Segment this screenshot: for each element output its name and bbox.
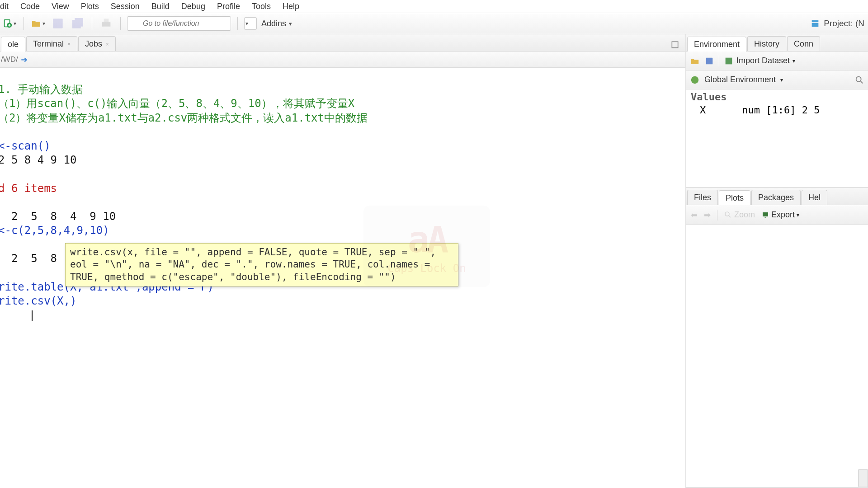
console-pane: ole Terminal× Jobs× /WD/ ➜ 1. 手动输入数据 （1）… [0,34,686,488]
search-icon[interactable] [854,75,864,85]
menu-bar: dit Code View Plots Session Build Debug … [0,0,868,13]
plot-zoom-button[interactable]: Zoom [724,210,755,220]
project-icon [810,19,820,28]
environment-toolbar: Import Dataset [686,52,868,70]
console-path-row: /WD/ ➜ [0,52,685,68]
working-directory: /WD/ [1,55,18,64]
svg-rect-4 [75,18,83,27]
svg-rect-6 [104,19,109,22]
menu-build[interactable]: Build [151,2,170,11]
new-file-button[interactable] [2,16,17,31]
svg-point-11 [856,76,861,81]
wd-arrow-icon[interactable]: ➜ [21,55,28,65]
close-icon[interactable]: × [106,41,109,47]
menu-tools[interactable]: Tools [252,2,271,11]
tab-terminal[interactable]: Terminal× [26,36,77,51]
environment-tabs: Environment History Conn [686,34,868,52]
menu-session[interactable]: Session [111,2,140,11]
goto-file-wrap [127,16,231,31]
console-output[interactable]: 1. 手动输入数据 （1）用scan()、c()输入向量（2、5、8、4、9、1… [0,68,685,488]
env-var-value: num [1:6] 2 5 [742,104,820,116]
function-signature-tooltip: write.csv(x, file = "", append = FALSE, … [65,243,458,286]
export-icon [761,211,769,219]
environment-pane: Environment History Conn Import Dataset … [686,34,868,188]
menu-view[interactable]: View [52,2,69,11]
plot-next-button[interactable]: ➡ [704,210,711,220]
svg-rect-7 [672,42,678,47]
scrollbar[interactable] [858,469,868,487]
menu-code[interactable]: Code [20,2,40,11]
environment-list: Values X num [1:6] 2 5 [686,89,868,117]
console-tabs: ole Terminal× Jobs× [0,34,685,52]
menu-help[interactable]: Help [283,2,299,11]
r-env-icon [690,75,700,85]
tab-console[interactable]: ole [1,37,25,52]
svg-point-10 [691,76,699,84]
svg-point-12 [725,212,729,216]
environment-scope-row: Global Environment▾ [686,70,868,89]
goto-file-input[interactable] [127,16,231,31]
import-dataset-menu[interactable]: Import Dataset [724,56,795,66]
tab-environment[interactable]: Environment [687,37,746,52]
open-file-button[interactable] [30,16,46,31]
tab-packages[interactable]: Packages [751,190,801,205]
print-button[interactable] [99,16,114,31]
env-variable-row[interactable]: X num [1:6] 2 5 [691,104,863,116]
toolbar-separator [120,17,121,30]
tab-plots[interactable]: Plots [719,190,750,205]
toolbar-separator [24,17,24,30]
plots-tabs: Files Plots Packages Hel [686,188,868,205]
env-scope-selector[interactable]: Global Environment [704,75,776,84]
plot-prev-button[interactable]: ⬅ [691,210,698,220]
svg-rect-9 [726,57,732,64]
toolbar-separator [92,17,92,30]
svg-rect-5 [102,22,111,27]
tab-history[interactable]: History [747,36,786,51]
svg-rect-8 [706,57,713,64]
env-var-name: X [691,104,706,116]
menu-debug[interactable]: Debug [181,2,205,11]
project-label: Project: (N [824,19,864,28]
menu-profile[interactable]: Profile [217,2,240,11]
main-toolbar: Addins Project: (N [0,13,868,34]
save-all-button[interactable] [70,16,85,31]
plots-pane: Files Plots Packages Hel ⬅ ➡ Zoom Export [686,188,868,488]
save-button[interactable] [50,16,66,31]
menu-plots[interactable]: Plots [81,2,99,11]
save-workspace-icon[interactable] [704,56,714,66]
tab-connections[interactable]: Conn [787,36,820,51]
tab-files[interactable]: Files [687,190,718,205]
text-cursor [32,310,33,321]
svg-rect-2 [53,19,62,28]
addins-menu[interactable]: Addins [261,19,292,28]
menu-edit[interactable]: dit [0,2,9,11]
import-icon [724,56,734,66]
load-workspace-icon[interactable] [690,56,700,66]
plot-export-menu[interactable]: Export [761,210,799,220]
project-selector[interactable]: Project: (N [810,19,866,28]
maximize-pane-button[interactable] [667,38,683,51]
env-section-header: Values [691,91,863,103]
toolbar-separator [237,17,238,30]
plots-toolbar: ⬅ ➡ Zoom Export [686,205,868,225]
close-icon[interactable]: × [67,41,71,47]
tab-jobs[interactable]: Jobs× [78,36,116,51]
grid-view-button[interactable] [244,17,257,30]
tab-help[interactable]: Hel [802,190,827,205]
